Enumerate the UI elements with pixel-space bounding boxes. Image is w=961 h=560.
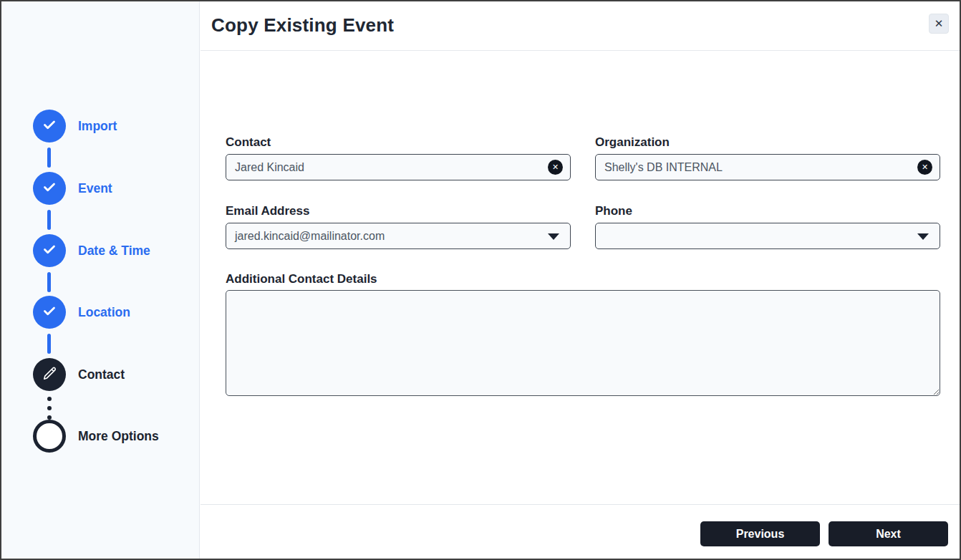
step-event-label[interactable]: Event — [78, 172, 112, 205]
step-event-circle[interactable] — [33, 172, 66, 205]
step-more-options-circle[interactable] — [33, 420, 66, 453]
step-more-options-label[interactable]: More Options — [78, 420, 159, 453]
previous-button[interactable]: Previous — [700, 521, 820, 546]
organization-input[interactable] — [595, 154, 940, 180]
next-button[interactable]: Next — [829, 521, 948, 546]
dialog-header: Copy Existing Event — [201, 1, 960, 51]
chevron-down-icon — [917, 233, 929, 240]
step-connector — [47, 272, 51, 292]
step-contact-circle[interactable] — [33, 358, 66, 391]
email-select-value: jared.kincaid@mailinator.com — [235, 230, 385, 243]
check-icon — [41, 116, 58, 136]
step-date-time-circle[interactable] — [33, 234, 66, 267]
step-connector — [47, 334, 51, 354]
step-connector — [47, 148, 51, 168]
step-contact-label[interactable]: Contact — [78, 358, 125, 391]
contact-field-label: Contact — [226, 135, 271, 150]
organization-field-label: Organization — [595, 135, 670, 150]
phone-field-label: Phone — [595, 204, 632, 218]
footer-divider — [201, 504, 960, 505]
check-icon — [41, 241, 58, 261]
dialog-title: Copy Existing Event — [211, 1, 394, 49]
close-button[interactable]: ✕ — [929, 14, 949, 34]
check-icon — [41, 302, 58, 322]
step-location-circle[interactable] — [33, 296, 66, 329]
email-field-label: Email Address — [226, 204, 309, 218]
copy-event-dialog: Import Event Date & Time Location — [0, 0, 961, 560]
check-icon — [41, 178, 58, 198]
step-location-label[interactable]: Location — [78, 296, 130, 329]
clear-organization-icon[interactable]: ✕ — [917, 160, 932, 175]
step-import-label[interactable]: Import — [78, 110, 117, 143]
email-select[interactable]: jared.kincaid@mailinator.com — [226, 223, 571, 249]
step-date-time-label[interactable]: Date & Time — [78, 234, 150, 267]
wizard-stepper-sidebar: Import Event Date & Time Location — [1, 1, 200, 559]
additional-details-label: Additional Contact Details — [226, 272, 377, 286]
contact-input[interactable] — [226, 154, 571, 180]
step-dot — [47, 406, 52, 410]
pencil-icon — [42, 365, 58, 385]
phone-select[interactable] — [595, 223, 940, 249]
chevron-down-icon — [548, 233, 559, 240]
step-connector — [47, 210, 51, 230]
close-icon: ✕ — [935, 17, 944, 30]
step-dot — [47, 397, 52, 401]
additional-details-textarea[interactable] — [226, 290, 940, 396]
clear-contact-icon[interactable]: ✕ — [548, 160, 563, 175]
step-import-circle[interactable] — [33, 110, 66, 143]
